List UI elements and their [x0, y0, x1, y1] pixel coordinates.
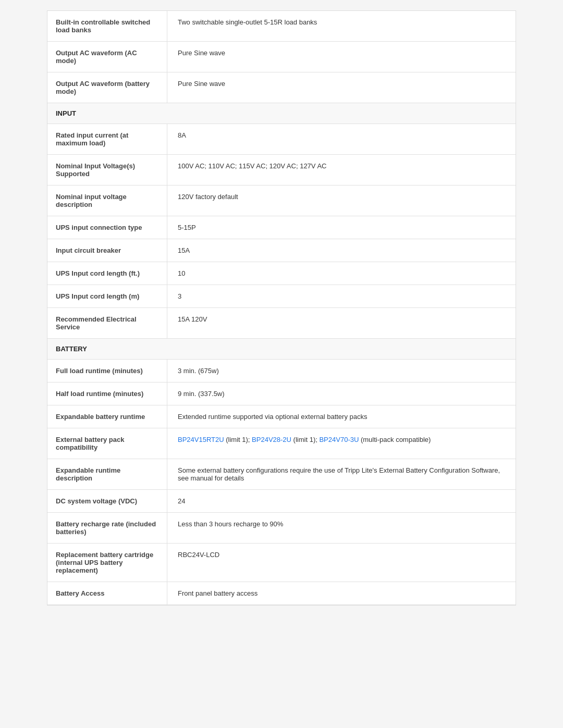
table-row: Input circuit breaker15A [47, 239, 516, 262]
spec-table: Built-in controllable switched load bank… [47, 11, 516, 605]
table-row: UPS input connection type5-15P [47, 216, 516, 239]
spec-value: Pure Sine wave [167, 42, 516, 72]
spec-value: Two switchable single-outlet 5-15R load … [167, 11, 516, 41]
spec-label: Nominal input voltage description [47, 186, 167, 216]
spec-label: DC system voltage (VDC) [47, 490, 167, 512]
table-row: Expandable battery runtimeExtended runti… [47, 405, 516, 428]
spec-label: Built-in controllable switched load bank… [47, 11, 167, 41]
spec-value: RBC24V-LCD [167, 544, 516, 582]
section-header-label: BATTERY [47, 339, 516, 359]
spec-label: Half load runtime (minutes) [47, 382, 167, 405]
spec-label: Battery recharge rate (included batterie… [47, 513, 167, 543]
spec-label: Output AC waveform (AC mode) [47, 42, 167, 72]
spec-value: 10 [167, 262, 516, 285]
spec-table-wrapper: Built-in controllable switched load bank… [47, 10, 516, 606]
table-row: Battery AccessFront panel battery access [47, 582, 516, 605]
table-row: UPS Input cord length (ft.)10 [47, 262, 516, 285]
spec-value: Less than 3 hours recharge to 90% [167, 513, 516, 543]
spec-value: BP24V15RT2U (limit 1); BP24V28-2U (limit… [167, 428, 516, 459]
table-row: Expandable runtime descriptionSome exter… [47, 459, 516, 490]
spec-label: Rated input current (at maximum load) [47, 124, 167, 154]
spec-label: Battery Access [47, 582, 167, 604]
table-row: DC system voltage (VDC)24 [47, 490, 516, 513]
spec-value: 15A [167, 239, 516, 262]
spec-label: UPS input connection type [47, 216, 167, 239]
spec-value: Some external battery configurations req… [167, 459, 516, 489]
table-row: BATTERY [47, 339, 516, 360]
table-row: Battery recharge rate (included batterie… [47, 513, 516, 544]
spec-value: 15A 120V [167, 308, 516, 338]
link-separator: (limit 1); [224, 436, 252, 443]
table-row: Half load runtime (minutes)9 min. (337.5… [47, 382, 516, 405]
table-row: External battery pack compatibilityBP24V… [47, 428, 516, 459]
spec-value: 24 [167, 490, 516, 512]
table-row: Full load runtime (minutes)3 min. (675w) [47, 360, 516, 382]
section-header-label: INPUT [47, 103, 516, 124]
spec-label: Input circuit breaker [47, 239, 167, 262]
table-row: Nominal input voltage description120V fa… [47, 186, 516, 216]
spec-value: 9 min. (337.5w) [167, 382, 516, 405]
spec-label: Expandable runtime description [47, 459, 167, 489]
spec-label: Nominal Input Voltage(s) Supported [47, 155, 167, 185]
spec-label: Full load runtime (minutes) [47, 360, 167, 382]
table-row: Output AC waveform (battery mode)Pure Si… [47, 72, 516, 103]
spec-value: 3 [167, 285, 516, 307]
spec-label: UPS Input cord length (m) [47, 285, 167, 307]
spec-value: Front panel battery access [167, 582, 516, 604]
spec-value: 8A [167, 124, 516, 154]
table-row: Recommended Electrical Service15A 120V [47, 308, 516, 339]
external-battery-link[interactable]: BP24V28-2U [252, 436, 291, 443]
spec-label: Recommended Electrical Service [47, 308, 167, 338]
table-row: Nominal Input Voltage(s) Supported100V A… [47, 155, 516, 186]
spec-label: Replacement battery cartridge (internal … [47, 544, 167, 582]
spec-value: 5-15P [167, 216, 516, 239]
table-row: Rated input current (at maximum load)8A [47, 124, 516, 155]
spec-value: Extended runtime supported via optional … [167, 405, 516, 428]
table-row: Built-in controllable switched load bank… [47, 11, 516, 42]
table-row: INPUT [47, 103, 516, 124]
table-row: Output AC waveform (AC mode)Pure Sine wa… [47, 42, 516, 72]
spec-value: Pure Sine wave [167, 72, 516, 103]
spec-value: 3 min. (675w) [167, 360, 516, 382]
link-separator: (multi-pack compatible) [359, 436, 431, 443]
spec-label: UPS Input cord length (ft.) [47, 262, 167, 285]
external-battery-link[interactable]: BP24V15RT2U [178, 436, 224, 443]
table-row: Replacement battery cartridge (internal … [47, 544, 516, 582]
link-separator: (limit 1); [291, 436, 319, 443]
spec-value: 100V AC; 110V AC; 115V AC; 120V AC; 127V… [167, 155, 516, 185]
spec-value: 120V factory default [167, 186, 516, 216]
spec-label: Output AC waveform (battery mode) [47, 72, 167, 103]
spec-label: External battery pack compatibility [47, 428, 167, 459]
table-row: UPS Input cord length (m)3 [47, 285, 516, 308]
external-battery-link[interactable]: BP24V70-3U [319, 436, 359, 443]
spec-label: Expandable battery runtime [47, 405, 167, 428]
